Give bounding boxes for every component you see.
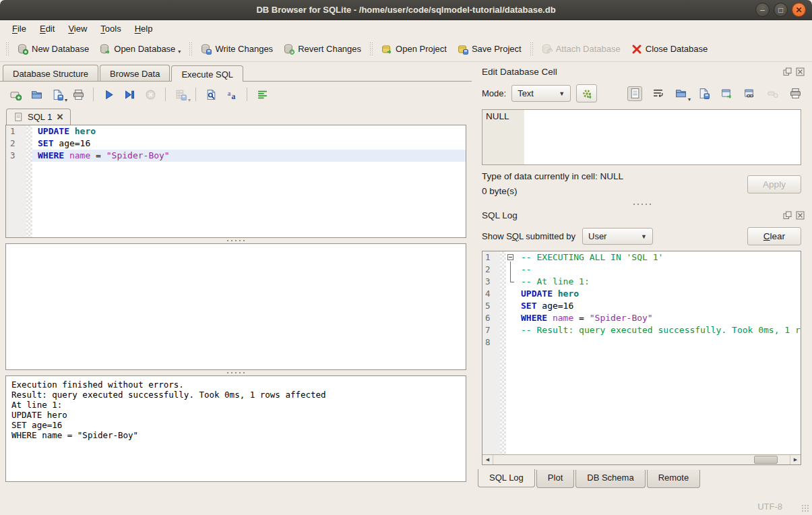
- menu-help[interactable]: Help: [128, 22, 160, 36]
- code-text: -- Result: query executed successfully. …: [516, 324, 801, 336]
- code-line: 2SET age=16: [6, 138, 466, 150]
- dock-tab-db-schema[interactable]: DB Schema: [575, 470, 645, 488]
- close-sql-tab-icon[interactable]: ✕: [56, 113, 63, 121]
- fold-margin: [26, 150, 32, 162]
- fold-margin: [500, 324, 506, 336]
- filter-label: Show SQL submitted by: [482, 231, 575, 241]
- dock-splitter[interactable]: [478, 202, 807, 207]
- code-line: 6WHERE name = "Spider-Boy": [482, 312, 801, 324]
- dock-tab-sql-log[interactable]: SQL Log: [478, 469, 535, 487]
- open-project-button[interactable]: Open Project: [376, 40, 452, 58]
- fold-margin: [500, 300, 506, 312]
- toolbar-handle[interactable]: [5, 42, 9, 57]
- write-changes-button[interactable]: Write Changes: [195, 40, 278, 58]
- code-text: SET age=16: [32, 138, 466, 150]
- toolbar-button-label: New Database: [32, 44, 89, 54]
- cell-value-editor[interactable]: NULL: [482, 109, 801, 165]
- execute-current-line-button[interactable]: [122, 87, 137, 102]
- print-cell-button[interactable]: [788, 86, 803, 101]
- tab-browse-data[interactable]: Browse Data: [100, 65, 170, 81]
- close-database-button[interactable]: Close Database: [626, 40, 714, 58]
- db-close-icon: [631, 44, 642, 55]
- close-dock-icon[interactable]: [795, 210, 805, 220]
- fold-box-icon[interactable]: [507, 254, 513, 260]
- save-project-button[interactable]: Save Project: [452, 40, 527, 58]
- revert-changes-button[interactable]: Revert Changes: [278, 40, 367, 58]
- open-sql-file-button[interactable]: [29, 87, 44, 102]
- minimize-icon[interactable]: –: [755, 3, 770, 17]
- fold-marker[interactable]: [506, 251, 516, 264]
- open-external-button[interactable]: [719, 86, 734, 101]
- save-results-icon: [175, 89, 187, 100]
- cell-editor-toolbar: ▾: [627, 86, 804, 101]
- code-text: -- EXECUTING ALL IN 'SQL 1': [516, 251, 801, 264]
- open-database-button[interactable]: Open Database▾: [94, 40, 186, 58]
- print-cell-icon: [790, 88, 801, 99]
- apply-data-button[interactable]: [576, 84, 597, 102]
- results-messages-splitter[interactable]: [0, 370, 472, 375]
- import-data-button[interactable]: ▾: [673, 86, 688, 101]
- scroll-thumb[interactable]: [754, 456, 778, 464]
- line-number: 1: [482, 251, 500, 264]
- save-sql-file-button[interactable]: ▾: [50, 87, 65, 102]
- toolbar-separator: [195, 88, 196, 101]
- message-line: UPDATE hero: [11, 410, 460, 420]
- scroll-right-icon[interactable]: ▶: [790, 455, 801, 464]
- execute-all-button[interactable]: [101, 87, 116, 102]
- menu-tools[interactable]: Tools: [94, 22, 127, 36]
- log-filter-select[interactable]: User ▼: [582, 228, 653, 245]
- main-tabbar: Database StructureBrowse DataExecute SQL: [0, 62, 472, 82]
- log-horizontal-scrollbar[interactable]: ◀ ▶: [482, 454, 801, 464]
- apply-button[interactable]: Apply: [747, 175, 801, 193]
- fold-marker[interactable]: [506, 264, 516, 276]
- scroll-track[interactable]: [493, 455, 790, 464]
- float-dock-icon[interactable]: [782, 210, 792, 220]
- chevron-down-icon[interactable]: ▾: [178, 49, 181, 55]
- code-text: UPDATE hero: [516, 288, 801, 300]
- menu-edit[interactable]: Edit: [33, 22, 61, 36]
- mode-select[interactable]: Text ▼: [511, 85, 571, 102]
- format-sql-button[interactable]: [255, 87, 270, 102]
- dock-tab-remote[interactable]: Remote: [647, 470, 701, 488]
- resize-grip[interactable]: [801, 504, 810, 513]
- results-grid[interactable]: [5, 243, 466, 370]
- export-data-button[interactable]: [696, 86, 711, 101]
- word-wrap-button[interactable]: [650, 86, 665, 101]
- link-window-icon: [744, 88, 755, 99]
- chevron-down-icon[interactable]: ▾: [65, 97, 67, 103]
- chevron-down-icon[interactable]: ▾: [188, 97, 191, 103]
- cell-value-text: NULL: [482, 110, 524, 164]
- db-new-icon: [18, 44, 28, 55]
- menubar: FileEditViewToolsHelp: [0, 20, 812, 36]
- scroll-left-icon[interactable]: ◀: [482, 455, 493, 464]
- sql-doc-tab[interactable]: SQL 1 ✕: [6, 109, 71, 125]
- statusbar: UTF-8: [0, 498, 812, 515]
- editor-results-splitter[interactable]: [0, 238, 472, 243]
- fold-cell: [506, 324, 516, 336]
- db-revert-icon: [284, 44, 294, 55]
- link-window-button[interactable]: [742, 86, 757, 101]
- menu-file[interactable]: File: [5, 22, 33, 36]
- maximize-icon[interactable]: □: [774, 3, 788, 17]
- new-database-button[interactable]: New Database: [12, 40, 94, 58]
- chevron-down-icon[interactable]: ▾: [688, 96, 691, 102]
- menu-view[interactable]: View: [61, 22, 94, 36]
- tab-database-structure[interactable]: Database Structure: [3, 65, 98, 81]
- sql-editor[interactable]: 1UPDATE hero2SET age=163WHERE name = "Sp…: [5, 125, 466, 238]
- print-sql-button[interactable]: [71, 87, 86, 102]
- clear-log-button[interactable]: Clear: [747, 227, 801, 245]
- fold-cell: [506, 288, 516, 300]
- line-number: 7: [482, 324, 500, 336]
- fold-marker[interactable]: [506, 276, 516, 288]
- float-dock-icon[interactable]: [782, 67, 792, 77]
- text-mode-button[interactable]: [627, 86, 642, 101]
- close-icon[interactable]: ✕: [792, 3, 806, 17]
- close-dock-icon[interactable]: [795, 67, 805, 77]
- dock-tab-plot[interactable]: Plot: [536, 470, 574, 488]
- mode-value: Text: [518, 88, 534, 98]
- open-new-sql-tab-button[interactable]: [8, 87, 23, 102]
- autocomplete-button[interactable]: aa: [224, 87, 239, 102]
- fold-margin: [26, 125, 32, 138]
- tab-execute-sql[interactable]: Execute SQL: [171, 65, 243, 82]
- find-or-replace-button[interactable]: [204, 87, 218, 102]
